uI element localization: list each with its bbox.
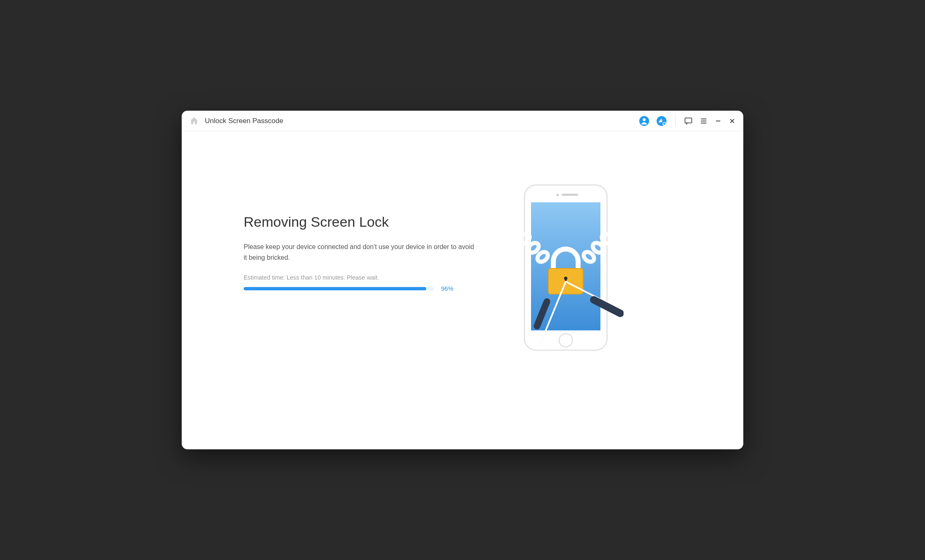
chat-icon (684, 116, 693, 126)
titlebar-right (639, 116, 736, 126)
close-button[interactable] (728, 117, 736, 125)
user-circle-icon (639, 116, 650, 126)
window-title: Unlock Screen Passcode (205, 117, 283, 125)
home-button[interactable] (189, 116, 199, 126)
progress-fill (244, 287, 426, 290)
estimate-text: Estimated time: Less than 10 minutes. Pl… (244, 274, 500, 281)
titlebar: Unlock Screen Passcode (182, 111, 743, 131)
progress-panel: Removing Screen Lock Please keep your de… (244, 164, 500, 292)
svg-point-13 (556, 194, 559, 196)
titlebar-left: Unlock Screen Passcode (189, 116, 283, 126)
minimize-icon (714, 117, 722, 125)
content-area: Removing Screen Lock Please keep your de… (182, 131, 743, 449)
svg-point-1 (643, 118, 646, 121)
page-heading: Removing Screen Lock (244, 214, 500, 230)
close-icon (728, 117, 736, 125)
menu-button[interactable] (700, 117, 708, 125)
minimize-button[interactable] (714, 117, 722, 125)
svg-line-4 (665, 124, 666, 125)
progress-percent-label: 96% (441, 285, 453, 292)
app-window: Unlock Screen Passcode (182, 111, 743, 449)
account-button[interactable] (639, 116, 650, 126)
titlebar-divider (675, 116, 676, 126)
feedback-button[interactable] (684, 116, 693, 126)
home-icon (189, 116, 199, 126)
illustration-panel (500, 164, 632, 363)
progress-row: 96% (244, 285, 500, 292)
progress-bar (244, 287, 434, 290)
music-search-button[interactable] (656, 116, 667, 126)
music-search-icon (656, 116, 667, 126)
svg-rect-5 (685, 118, 692, 123)
hamburger-icon (700, 117, 708, 125)
page-subtext: Please keep your device connected and do… (244, 242, 475, 263)
svg-rect-14 (562, 194, 578, 196)
phone-lock-illustration (508, 181, 624, 363)
